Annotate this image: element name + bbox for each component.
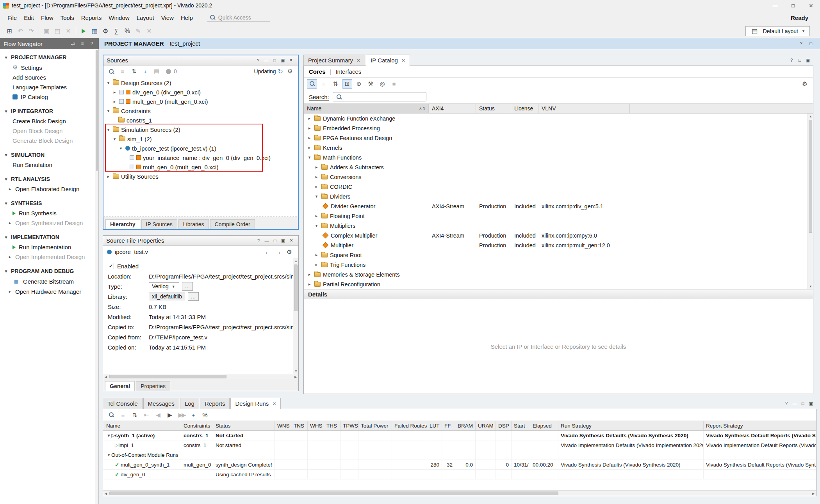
menu-view[interactable]: View — [158, 12, 177, 23]
chevron-right-icon[interactable]: ▸ — [314, 184, 319, 189]
column-header[interactable]: LUT — [427, 421, 442, 430]
paste-icon[interactable]: ▤ — [52, 26, 63, 36]
sidebar-item-open-implemented-design[interactable]: ▸Open Implemented Design — [0, 252, 98, 262]
ip-catalog-ip-row[interactable]: MultiplierProductionIncludedxilinx.com:i… — [304, 240, 813, 250]
menu-help[interactable]: Help — [177, 12, 196, 23]
quick-access-search[interactable]: Quick Access — [207, 14, 270, 22]
type-dropdown[interactable]: Verilog▾ — [149, 282, 179, 290]
ip-catalog-category-row[interactable]: ▸Floating Point — [304, 211, 813, 221]
refresh-icon[interactable]: ↻ — [278, 68, 283, 75]
help-icon[interactable]: ? — [88, 40, 95, 47]
column-header[interactable]: Run Strategy — [558, 421, 704, 430]
chevron-right-icon[interactable]: ▸ — [307, 272, 312, 277]
sources-tree-row[interactable]: your_instance_name : div_gen_0 (div_gen_… — [103, 153, 298, 162]
scroll-up-icon[interactable]: ▲ — [808, 114, 813, 119]
menu-window[interactable]: Window — [105, 12, 133, 23]
search-icon[interactable] — [106, 410, 116, 420]
column-header[interactable]: Constraints — [181, 421, 213, 430]
settings-icon[interactable]: ⚙ — [100, 26, 111, 36]
percent-icon[interactable]: % — [122, 26, 133, 36]
percent-icon[interactable]: % — [200, 410, 210, 420]
help-icon[interactable]: ? — [255, 237, 262, 245]
add-sources-icon[interactable]: + — [140, 67, 150, 76]
tab-reports[interactable]: Reports — [200, 398, 230, 409]
maximize-panel-icon[interactable]: □ — [271, 57, 278, 64]
gear-icon[interactable]: ⚙ — [285, 67, 295, 76]
forward-icon[interactable]: → — [273, 247, 283, 257]
ip-catalog-category-row[interactable]: ▾Multipliers — [304, 221, 813, 231]
expand-all-icon[interactable]: ⇅ — [130, 410, 140, 420]
sources-panel-header[interactable]: Sources ? — □ ▣ ✕ — [103, 55, 298, 66]
sidebar-item-settings[interactable]: ⚙Settings — [0, 62, 98, 73]
chevron-down-icon[interactable]: ▾ — [307, 155, 312, 160]
tab-messages[interactable]: Messages — [143, 398, 179, 409]
sidebar-item-run-implementation[interactable]: Run Implementation — [0, 242, 98, 252]
add-repository-icon[interactable]: ⊕ — [354, 79, 364, 89]
chevron-right-icon[interactable]: ▸ — [112, 90, 117, 95]
search-input[interactable] — [333, 92, 426, 101]
back-icon[interactable]: ← — [262, 247, 273, 257]
sidebar-item-open-synthesized-design[interactable]: ▸Open Synthesized Design — [0, 218, 98, 228]
gear-icon[interactable]: ⚙ — [800, 79, 810, 89]
scrollbar-thumb[interactable] — [109, 492, 558, 495]
minimize-panel-icon[interactable]: — — [791, 399, 799, 407]
properties-panel-header[interactable]: Source File Properties ? — □ ▣ ✕ — [103, 236, 298, 246]
help-icon[interactable]: ? — [788, 56, 795, 64]
ip-catalog-category-row[interactable]: ▸Conversions — [304, 172, 813, 182]
maximize-panel-icon[interactable]: □ — [807, 40, 815, 47]
tab-compile-order[interactable]: Compile Order — [210, 219, 255, 229]
float-panel-icon[interactable]: ▣ — [279, 237, 287, 245]
tab-hierarchy[interactable]: Hierarchy — [105, 219, 140, 229]
tab-log[interactable]: Log — [180, 398, 199, 409]
column-header[interactable]: Total Power — [358, 421, 392, 430]
sidebar-item-open-elaborated-design[interactable]: ▸Open Elaborated Design — [0, 184, 98, 194]
section-header[interactable]: ▾RTL ANALYSIS — [0, 174, 98, 184]
sidebar-item-generate-block-design[interactable]: Generate Block Design — [0, 136, 98, 146]
scroll-up-icon[interactable]: ▲ — [293, 258, 298, 264]
maximize-panel-icon[interactable]: □ — [799, 399, 807, 407]
library-more-button[interactable]: … — [188, 292, 199, 301]
expand-all-icon[interactable]: ⇅ — [129, 67, 139, 76]
ip-catalog-category-row[interactable]: ▸Trig Functions — [304, 260, 813, 270]
chevron-right-icon[interactable]: ▸ — [314, 213, 319, 218]
help-icon[interactable]: ? — [254, 57, 262, 64]
float-panel-icon[interactable]: ▣ — [807, 399, 815, 407]
chevron-right-icon[interactable]: ▸ — [314, 262, 319, 267]
ip-catalog-category-row[interactable]: ▸Embedded Processing — [304, 123, 813, 133]
expand-all-icon[interactable]: ⇅ — [330, 79, 340, 89]
scrollbar-thumb[interactable] — [294, 264, 298, 311]
collapse-all-icon[interactable]: ≡ — [118, 67, 128, 76]
ip-catalog-category-row[interactable]: ▸Kernels — [304, 143, 813, 153]
type-more-button[interactable]: … — [182, 282, 193, 291]
column-header-status[interactable]: Status — [476, 104, 511, 113]
delete-icon[interactable]: ✕ — [63, 26, 74, 36]
chevron-down-icon[interactable]: ▾ — [106, 127, 111, 132]
menu-file[interactable]: File — [4, 12, 20, 23]
chevron-down-icon[interactable]: ▾ — [314, 223, 319, 228]
section-header[interactable]: ▾PROJECT MANAGER — [0, 52, 98, 62]
ip-catalog-category-row[interactable]: ▸CORDIC — [304, 182, 813, 192]
sources-tree-row[interactable]: ▾tb_ipcore_test (ipcore_test.v) (1) — [103, 144, 298, 153]
cancel-icon[interactable]: ✕ — [144, 26, 155, 36]
section-header[interactable]: ▾SYNTHESIS — [0, 198, 98, 208]
section-header[interactable]: ▾IMPLEMENTATION — [0, 232, 98, 242]
chevron-down-icon[interactable]: ▾ — [314, 194, 319, 199]
toggle-panel-icon[interactable]: ⇄ — [70, 40, 77, 47]
maximize-panel-icon[interactable]: □ — [796, 56, 804, 64]
chevron-right-icon[interactable]: ▸ — [307, 116, 312, 121]
menu-edit[interactable]: Edit — [20, 12, 37, 23]
column-header[interactable]: Start — [512, 421, 530, 430]
open-project-icon[interactable]: ⊞ — [4, 26, 15, 36]
target-icon[interactable]: ◎ — [377, 79, 387, 89]
create-run-icon[interactable]: + — [188, 410, 198, 420]
column-header[interactable]: Elapsed — [530, 421, 558, 430]
scrollbar-thumb[interactable] — [809, 120, 812, 233]
sigma-icon[interactable]: ∑ — [111, 26, 122, 36]
subtab-cores[interactable]: Cores — [309, 68, 326, 75]
chevron-right-icon[interactable]: ▸ — [314, 252, 319, 257]
column-header[interactable]: Failed Routes — [392, 421, 427, 430]
subtab-interfaces[interactable]: Interfaces — [335, 68, 361, 75]
collapse-all-icon[interactable]: ≡ — [118, 410, 128, 420]
sources-tree-row[interactable]: ▾Simulation Sources (2) — [103, 125, 298, 134]
close-button[interactable]: ✕ — [802, 0, 820, 11]
